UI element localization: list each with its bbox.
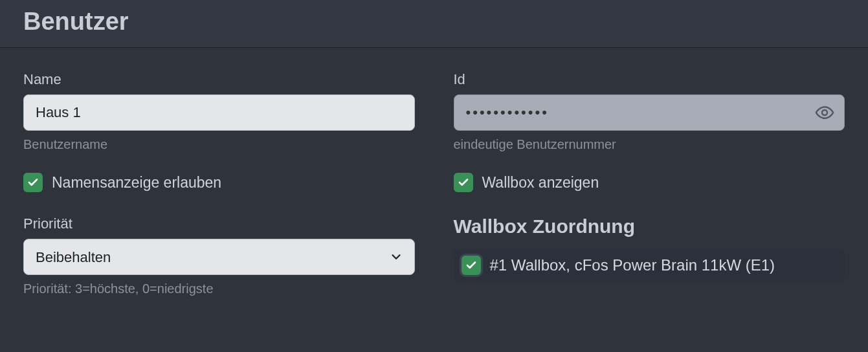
id-input[interactable] bbox=[454, 94, 845, 131]
name-label: Name bbox=[23, 71, 415, 88]
priority-select[interactable]: Beibehalten bbox=[23, 239, 415, 275]
wallbox-assignment-checkbox[interactable] bbox=[462, 256, 481, 275]
check-icon bbox=[27, 177, 39, 188]
show-wallbox-checkbox[interactable] bbox=[454, 173, 473, 192]
name-helper: Benutzername bbox=[23, 137, 415, 152]
allow-name-display-label: Namensanzeige erlauben bbox=[52, 174, 221, 192]
form-body: Name Benutzername Namensanzeige erlauben… bbox=[0, 48, 868, 296]
reveal-id-button[interactable] bbox=[814, 102, 836, 124]
name-input[interactable] bbox=[23, 94, 415, 131]
svg-point-0 bbox=[822, 110, 827, 115]
id-helper: eindeutige Benutzernummer bbox=[454, 137, 845, 152]
check-icon bbox=[458, 177, 469, 188]
left-column: Name Benutzername Namensanzeige erlauben… bbox=[23, 71, 415, 296]
eye-icon bbox=[815, 103, 834, 122]
allow-name-display-checkbox[interactable] bbox=[23, 173, 43, 192]
check-icon bbox=[465, 259, 477, 271]
page-header: Benutzer bbox=[0, 0, 868, 48]
show-wallbox-row: Wallbox anzeigen bbox=[454, 173, 845, 192]
wallbox-assignment-row: #1 Wallbox, cFos Power Brain 11kW (E1) bbox=[454, 249, 845, 281]
allow-name-display-row: Namensanzeige erlauben bbox=[23, 173, 415, 192]
priority-block: Priorität Beibehalten Priorität: 3=höchs… bbox=[23, 215, 415, 296]
wallbox-assignment-label: #1 Wallbox, cFos Power Brain 11kW (E1) bbox=[490, 256, 775, 274]
priority-label: Priorität bbox=[23, 215, 415, 232]
page-title: Benutzer bbox=[23, 8, 845, 36]
right-column: Id eindeutige Benutzernummer Wallbox anz… bbox=[454, 71, 845, 296]
wallbox-assignment-title: Wallbox Zuordnung bbox=[454, 215, 845, 237]
show-wallbox-label: Wallbox anzeigen bbox=[482, 174, 599, 192]
priority-select-wrap: Beibehalten bbox=[23, 239, 415, 275]
id-input-wrap bbox=[454, 94, 845, 131]
priority-helper: Priorität: 3=höchste, 0=niedrigste bbox=[23, 281, 415, 296]
id-label: Id bbox=[454, 71, 845, 88]
